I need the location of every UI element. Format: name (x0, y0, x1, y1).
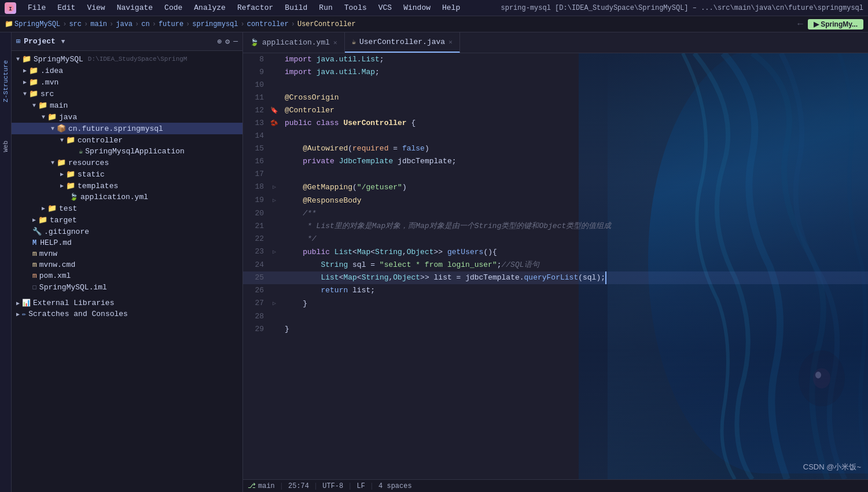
git-branch[interactable]: main (258, 482, 275, 490)
tree-springmysql[interactable]: 📁 SpringMySQL D:\IDEA_StudySpace\SpringM (12, 53, 242, 65)
fold-icon-19[interactable]: ▷ (273, 197, 276, 204)
line-num-17: 17 (243, 168, 269, 181)
nav-back-icon[interactable]: ← (797, 19, 803, 30)
gutter-19: ▷ (269, 194, 280, 207)
sidebar-collapse-icon[interactable]: — (233, 37, 238, 46)
tree-label-idea: .idea (41, 67, 63, 75)
tree-arrow-main (32, 102, 36, 109)
code-row-15: 15 @Autowired(required = false) (243, 142, 868, 155)
tree-cn-future[interactable]: 📦 cn.future.springmysql (12, 123, 242, 134)
sidebar-header: ⊞ Project ▼ ⊕ ⚙ — (12, 32, 242, 51)
breadcrumb-springmysql2[interactable]: springmysql (192, 20, 238, 28)
tree-extlibs[interactable]: 📊 External Libraries (12, 298, 242, 309)
bookmark-icon-12: 🔖 (270, 107, 278, 114)
tree-arrow-resources (51, 160, 54, 166)
menu-analyze[interactable]: Analyze (189, 2, 230, 13)
tree-java[interactable]: 📁 java (12, 111, 242, 123)
sidebar-settings-icon[interactable]: ⚙ (225, 37, 230, 46)
code-line-29: } (280, 323, 868, 336)
menu-edit[interactable]: Edit (53, 2, 80, 13)
sidebar-dropdown-icon[interactable]: ▼ (61, 38, 65, 45)
tree-test[interactable]: 📁 test (12, 203, 242, 214)
breadcrumb-main[interactable]: main (90, 20, 107, 28)
code-row-24: 24 String sql = "select * from login_use… (243, 259, 868, 271)
tree-resources[interactable]: 📁 resources (12, 157, 242, 168)
menu-refactor[interactable]: Refactor (233, 2, 278, 13)
structure-panel: Z-Structure Web (0, 32, 12, 492)
tree-mvnw[interactable]: m mvnw (12, 248, 242, 259)
gutter-27: ▷ (269, 297, 280, 310)
code-editor[interactable]: 8 import java.util.List; 9 import java.u… (243, 53, 868, 479)
tree-label-springmysql: SpringMySQL (34, 55, 83, 64)
breadcrumb-springmysql[interactable]: SpringMySQL (14, 20, 60, 28)
menu-code[interactable]: Code (160, 2, 187, 13)
run-button[interactable]: ▶ SpringMy... (808, 19, 863, 30)
tab-usercontroller-java[interactable]: ☕ UserController.java ✕ (345, 32, 460, 53)
gutter-13: 🫘 (269, 117, 280, 130)
menu-vcs[interactable]: VCS (374, 2, 396, 13)
structure-tab-z[interactable]: Z-Structure (2, 60, 9, 102)
code-area: 🍃 application.yml ✕ ☕ UserController.jav… (243, 32, 868, 492)
fold-icon-18[interactable]: ▷ (273, 184, 276, 190)
breadcrumb-java[interactable]: java (116, 20, 133, 28)
tree-src[interactable]: 📁 src (12, 88, 242, 100)
tree-label-controller: controller (78, 136, 123, 145)
gutter-20 (269, 207, 280, 220)
gutter-12: 🔖 (269, 104, 280, 117)
tab-application-yml[interactable]: 🍃 application.yml ✕ (243, 32, 345, 53)
status-indent[interactable]: 4 spaces (378, 482, 412, 490)
menu-window[interactable]: Window (399, 2, 435, 13)
tab-java-close[interactable]: ✕ (448, 38, 453, 46)
status-encoding[interactable]: UTF-8 (322, 482, 343, 490)
tree-controller[interactable]: 📁 controller (12, 134, 242, 146)
tree-mvnwcmd[interactable]: m mvnw.cmd (12, 259, 242, 270)
menu-build[interactable]: Build (280, 2, 312, 13)
breadcrumb-src[interactable]: src (69, 20, 82, 28)
line-num-22: 22 (243, 233, 269, 245)
menu-file[interactable]: File (23, 2, 50, 13)
tree-templates[interactable]: 📁 templates (12, 180, 242, 192)
navbar: 📁 SpringMySQL › src › main › java › cn ›… (0, 16, 868, 32)
breadcrumb-usercontroller[interactable]: UserController (297, 20, 356, 28)
tree-iml[interactable]: ◻ SpringMySQL.iml (12, 281, 242, 293)
code-row-10: 10 (243, 79, 868, 91)
breadcrumb-cn[interactable]: cn (141, 20, 149, 28)
breadcrumb-controller[interactable]: controller (247, 20, 289, 28)
code-line-14 (280, 130, 868, 142)
line-num-15: 15 (243, 142, 269, 155)
status-linesep[interactable]: LF (356, 482, 365, 490)
gutter-8 (269, 53, 280, 66)
menubar: I File Edit View Navigate Code Analyze R… (0, 0, 868, 16)
tree-file-iml-icon: ◻ (32, 282, 37, 292)
code-line-24: String sql = "select * from login_user";… (280, 259, 868, 271)
tree-springapp[interactable]: ☕ SpringMysqlApplication (12, 146, 242, 157)
svg-text:I: I (9, 6, 12, 12)
tree-target[interactable]: 📁 target (12, 214, 242, 226)
tree-pomxml[interactable]: m pom.xml (12, 270, 242, 281)
tree-main[interactable]: 📁 main (12, 100, 242, 111)
status-position: 25:74 (288, 482, 309, 490)
tree-idea[interactable]: 📁 .idea (12, 65, 242, 76)
fold-icon-23[interactable]: ▷ (273, 249, 276, 255)
tab-yml-close[interactable]: ✕ (333, 39, 337, 46)
structure-tab-web[interactable]: Web (2, 141, 9, 152)
breadcrumb-future[interactable]: future (159, 20, 183, 28)
menu-navigate[interactable]: Navigate (112, 2, 157, 13)
tree-scratches[interactable]: ✏ Scratches and Consoles (12, 309, 242, 320)
tree-mvn[interactable]: 📁 .mvn (12, 76, 242, 88)
menu-run[interactable]: Run (314, 2, 337, 13)
code-line-12: @Controller (280, 104, 868, 117)
gutter-21 (269, 220, 280, 233)
menu-help[interactable]: Help (437, 2, 465, 13)
line-num-29: 29 (243, 323, 269, 336)
fold-icon-27[interactable]: ▷ (273, 300, 276, 307)
menu-tools[interactable]: Tools (340, 2, 372, 13)
code-line-21: * List里的对象是Map对象，而Map对象是由一个String类型的键和Ob… (280, 220, 868, 233)
code-line-11: @CrossOrigin (280, 91, 868, 104)
tree-gitignore[interactable]: 🔧 .gitignore (12, 226, 242, 237)
tree-helpmd[interactable]: M HELP.md (12, 237, 242, 248)
menu-view[interactable]: View (82, 2, 109, 13)
tree-appyml[interactable]: 🍃 application.yml (12, 192, 242, 203)
tree-static[interactable]: 📁 static (12, 168, 242, 180)
sidebar-locate-icon[interactable]: ⊕ (218, 37, 222, 46)
